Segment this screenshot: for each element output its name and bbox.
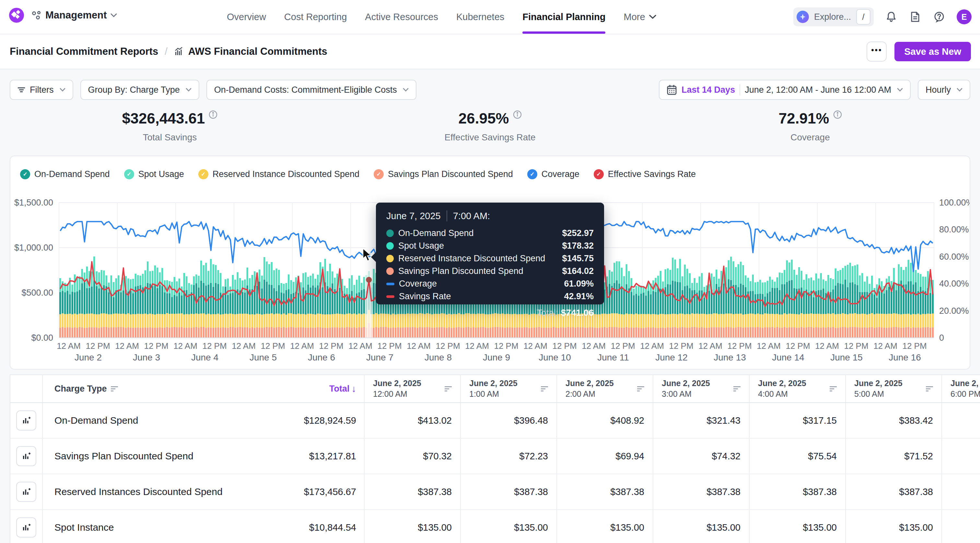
svg-text:12 PM: 12 PM [261, 341, 285, 351]
time-column-header-partial[interactable]: June 2,6:00 PM [942, 375, 980, 402]
time-column-header-0[interactable]: June 2, 202512:00 AM [364, 375, 461, 402]
svg-text:June 7: June 7 [366, 352, 393, 362]
time-column-header-4[interactable]: June 2, 20254:00 AM [749, 375, 846, 402]
value-cell: $383.42 [846, 403, 942, 438]
value-cell: $69.94 [557, 439, 653, 474]
value-cell: $72.23 [461, 439, 557, 474]
docs-icon[interactable] [909, 10, 922, 23]
svg-text:12 PM: 12 PM [669, 341, 693, 351]
charge-type-cell: Savings Plan Discounted Spend [43, 439, 258, 474]
svg-text:12 PM: 12 PM [902, 341, 926, 351]
chevron-down-icon [649, 14, 656, 19]
tab-kubernetes[interactable]: Kubernetes [456, 0, 504, 34]
legend-item-effective-savings-rate[interactable]: ✓Effective Savings Rate [594, 169, 696, 179]
add-to-chart-button[interactable] [16, 411, 36, 430]
series-line-icon [386, 283, 395, 285]
series-dot-icon [386, 229, 394, 237]
add-to-chart-button[interactable] [16, 446, 36, 466]
time-column-header-3[interactable]: June 2, 20253:00 AM [653, 375, 749, 402]
value-cell: $135.00 [749, 510, 846, 543]
group-by-select[interactable]: Group By: Charge Type [80, 80, 199, 100]
total-header[interactable]: Total↓ [258, 375, 364, 402]
legend-item-savings-plan-discounted-spend[interactable]: ✓Savings Plan Discounted Spend [374, 169, 513, 179]
divider [740, 84, 740, 95]
value-cell: $396.48 [461, 403, 557, 438]
charge-type-header[interactable]: Charge Type [43, 375, 258, 402]
time-column-header-1[interactable]: June 2, 20251:00 AM [461, 375, 557, 402]
granularity-select[interactable]: Hourly [918, 80, 970, 100]
svg-text:June 3: June 3 [133, 352, 160, 362]
workspace-brand[interactable]: Management [9, 8, 117, 23]
date-range-picker[interactable]: Last 14 Days June 2, 12:00 AM - June 16 … [659, 80, 911, 100]
tab-active-resources[interactable]: Active Resources [365, 0, 438, 34]
value-cell: $135.00 [461, 510, 557, 543]
chevron-down-icon [110, 13, 117, 18]
add-to-chart-button[interactable] [16, 482, 36, 502]
tooltip-row-savings-rate: Savings Rate42.91% [386, 291, 594, 302]
svg-text:June 14: June 14 [772, 352, 804, 362]
svg-text:12 PM: 12 PM [86, 341, 110, 351]
info-icon[interactable] [833, 110, 842, 119]
svg-text:June 5: June 5 [250, 352, 277, 362]
legend-check-icon: ✓ [374, 169, 384, 179]
info-icon[interactable] [209, 110, 218, 119]
legend-item-reserved-instance-discounted-spend[interactable]: ✓Reserved Instance Discounted Spend [198, 169, 360, 179]
svg-text:12 PM: 12 PM [786, 341, 810, 351]
table-row-savings-plan-discounted-spend: Savings Plan Discounted Spend$13,217.81$… [10, 439, 980, 474]
tab-financial-planning[interactable]: Financial Planning [522, 0, 605, 34]
chevron-down-icon [403, 88, 409, 92]
filter-toolbar: Filters Group By: Charge Type On-Demand … [10, 80, 970, 99]
svg-text:June 6: June 6 [308, 352, 335, 362]
total-cell: $128,924.59 [258, 403, 364, 438]
svg-text:June 10: June 10 [539, 352, 571, 362]
add-to-chart-button[interactable] [16, 518, 36, 538]
help-icon[interactable] [933, 10, 946, 23]
tab-more[interactable]: More [624, 0, 656, 34]
charge-type-cell: On-Demand Spend [43, 403, 258, 438]
legend-item-on-demand-spend[interactable]: ✓On-Demand Spend [20, 169, 110, 179]
vantage-logo-icon [9, 8, 24, 23]
costs-mode-select[interactable]: On-Demand Costs: Commitment-Eligible Cos… [207, 80, 417, 100]
save-as-new-button[interactable]: Save as New [894, 42, 971, 61]
tab-cost-reporting[interactable]: Cost Reporting [284, 0, 347, 34]
breadcrumb-parent[interactable]: Financial Commitment Reports [10, 46, 158, 57]
tab-overview[interactable]: Overview [227, 0, 266, 34]
time-column-header-2[interactable]: June 2, 20252:00 AM [557, 375, 653, 402]
value-cell: $387.38 [364, 474, 461, 509]
top-navigation: Management OverviewCost ReportingActive … [0, 0, 980, 34]
filter-lines-icon [18, 86, 25, 93]
chevron-down-icon [60, 88, 65, 92]
svg-text:12 AM: 12 AM [115, 341, 139, 351]
time-column-header-5[interactable]: June 2, 20255:00 AM [846, 375, 942, 402]
series-line-icon [386, 295, 395, 298]
svg-text:12 PM: 12 PM [202, 341, 226, 351]
legend-item-coverage[interactable]: ✓Coverage [527, 169, 579, 179]
svg-text:12 AM: 12 AM [173, 341, 197, 351]
svg-text:100.00%: 100.00% [939, 198, 970, 207]
svg-text:12 AM: 12 AM [57, 341, 81, 351]
kpi-summary: $326,443.61 Total Savings 26.95% Effecti… [10, 110, 970, 143]
legend-check-icon: ✓ [594, 169, 604, 179]
mouse-cursor [362, 248, 375, 263]
svg-text:June 11: June 11 [597, 352, 629, 362]
user-avatar[interactable]: E [957, 10, 972, 24]
value-cell: $387.38 [557, 474, 653, 509]
chevron-down-icon [957, 88, 963, 92]
svg-text:$1,000.00: $1,000.00 [14, 243, 53, 253]
svg-text:12 PM: 12 PM [552, 341, 576, 351]
svg-text:40.00%: 40.00% [939, 279, 969, 288]
legend-label: Spot Usage [138, 169, 184, 179]
table-header-row: Charge TypeTotal↓June 2, 202512:00 AMJun… [10, 375, 980, 403]
value-cell: $70.32 [364, 439, 461, 474]
total-cell: $13,217.81 [258, 439, 364, 474]
notifications-bell-icon[interactable] [885, 10, 898, 23]
explore-search[interactable]: Explore... / [793, 8, 874, 26]
more-actions-button[interactable]: ••• [867, 41, 887, 62]
info-icon[interactable] [513, 110, 522, 119]
filters-button[interactable]: Filters [10, 80, 73, 100]
legend-item-spot-usage[interactable]: ✓Spot Usage [124, 169, 184, 179]
svg-text:12 AM: 12 AM [757, 341, 781, 351]
tooltip-row-reserved-instance-discounted-spend: Reserved Instance Discounted Spend$145.7… [386, 253, 594, 264]
value-cell: $71.52 [846, 439, 942, 474]
tooltip-date: June 7, 2025 [386, 211, 441, 221]
